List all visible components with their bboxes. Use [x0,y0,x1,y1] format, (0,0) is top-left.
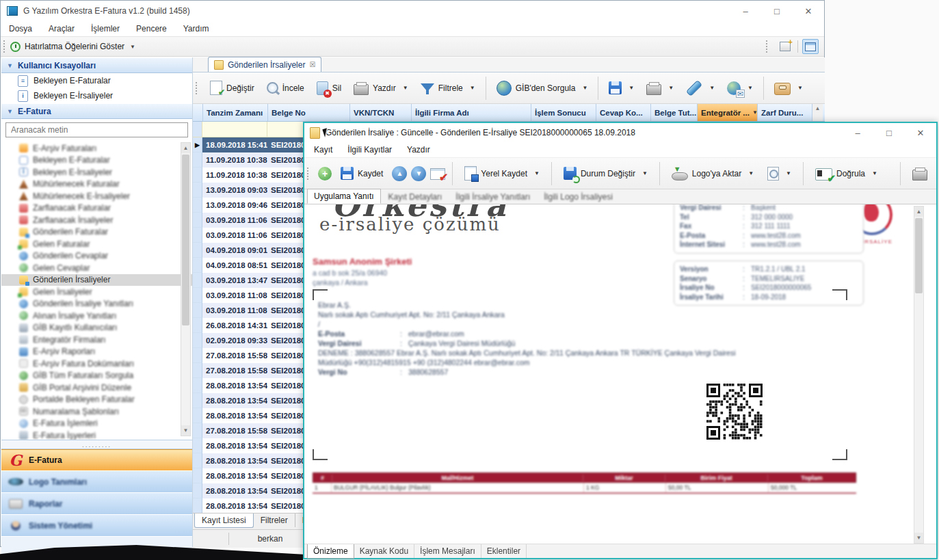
panel-view-button[interactable] [802,39,819,54]
tree-item[interactable]: Portalde Bekleyen Faturalar [1,394,192,406]
column-header-belge-no[interactable]: Belge No [268,104,350,121]
tree-item[interactable]: Alınan İrsaliye Yanıtları [1,310,192,322]
tree-item[interactable]: GİB Tüm Faturaları Sorgula [1,370,192,382]
dogrula-button[interactable]: Doğrula▼ [810,165,882,183]
scroll-thumb[interactable] [182,155,189,325]
panel-e-fatura[interactable]: GE-Fatura [1,449,192,471]
tree-item[interactable]: E-Fatura İşlemleri [1,418,192,430]
column-header-vkn-tckn[interactable]: VKN/TCKN [350,104,412,121]
search-input[interactable] [10,124,181,135]
maximize-button[interactable]: □ [761,1,793,21]
column-header-islem-sonucu[interactable]: İşlem Sonucu [531,104,596,121]
scroll-up-icon[interactable]: ▲ [181,143,190,153]
tree-item[interactable]: Gönderilen İrsaliye Yanıtları [1,298,192,310]
yerel-kaydet-button[interactable]: Yerel Kaydet▼ [460,164,544,183]
yazdir-button[interactable]: Yazdır▼ [349,79,413,97]
toolbar-grip[interactable] [3,40,6,53]
add-record-icon[interactable]: + [318,167,332,181]
panel-sistem-y-netimi[interactable]: Sistem Yönetimi [1,515,192,537]
dialog-bottom-tab[interactable]: Önizleme [307,544,354,559]
column-header-zarf-durumu[interactable]: Zarf Duru... [758,104,812,121]
tree-item[interactable]: Zarflanacak İrsaliyeler [1,214,192,226]
tab-gonderilen-irsaliyeler[interactable]: Gönderilen İrsaliyeler ☒ [208,57,321,72]
scroll-up-icon[interactable]: ▲ [914,206,923,217]
toolbar-grip[interactable] [765,40,769,53]
tree-item[interactable]: Gelen İrsaliyeler [1,286,192,298]
menu-item-i̇şlemler[interactable]: İşlemler [91,24,120,34]
dialog-close-button[interactable]: ✕ [905,123,936,142]
shortcut-item[interactable]: iBekleyen E-İrsaliyeler [1,88,192,103]
save-button[interactable]: ▼ [604,79,639,96]
toolbar-grip[interactable] [195,81,198,95]
degistir-button[interactable]: Değiştir [205,79,259,97]
filtrele-button[interactable]: Filtrele▼ [416,81,480,95]
scroll-down-icon[interactable]: ▼ [181,425,190,436]
menu-item-araçlar[interactable]: Araçlar [49,24,75,34]
grid-scrollbar[interactable]: ▲ [812,104,823,121]
next-record-button[interactable]: ▼ [411,166,426,181]
sidebar-splitter[interactable]: ......... [1,440,192,449]
dialog-maximize-button[interactable]: □ [873,123,905,142]
tree-item[interactable]: E-Arşiv Faturaları [1,142,192,155]
logoya-aktar-button[interactable]: Logo'ya Aktar▼ [667,165,758,183]
scroll-thumb[interactable] [915,218,923,293]
print-list-button[interactable]: ▼ [642,79,678,97]
dialog-menu-item[interactable]: Kayıt [314,145,332,155]
close-button[interactable]: ✕ [793,1,824,21]
tree-item[interactable]: Zarflanacak Faturalar [1,202,192,215]
tree-item[interactable]: Gönderilen Cevaplar [1,250,192,263]
gibden-sorgula-button[interactable]: GİB'den Sorgula▼ [492,79,593,98]
shortcuts-header[interactable]: ▼ Kullanıcı Kısayolları [1,57,192,73]
menu-item-pencere[interactable]: Pencere [136,24,167,34]
tree-item[interactable]: Numaralama Şablonları [1,405,192,418]
reminder-toggle[interactable]: Hatırlatma Öğelerini Göster [25,42,124,51]
tree-item[interactable]: Entegratör Firmaları [1,334,192,346]
archive-button[interactable]: ▼ [769,79,808,97]
chevron-down-icon[interactable]: ▼ [130,44,135,50]
incele-button[interactable]: İncele [262,80,309,96]
tree-item[interactable]: GİB Portal Arşivini Düzenle [1,382,192,394]
column-header-ilgili-firma-adi[interactable]: İlgili Firma Adı [412,104,531,121]
shortcut-item[interactable]: ≡Bekleyen E-Faturalar [1,73,192,88]
dialog-print-button[interactable] [908,165,932,183]
view-tab-filtreler[interactable]: Filtreler [254,514,295,527]
tag-button[interactable]: ▼ [681,83,719,94]
sil-button[interactable]: Sil [312,79,346,97]
dialog-menu-item[interactable]: İlgili Kayıtlar [347,145,392,155]
search-doc-button[interactable]: ▼ [763,165,796,183]
menu-item-yardım[interactable]: Yardım [183,24,209,34]
close-tab-icon[interactable]: ☒ [309,61,315,68]
dialog-minimize-button[interactable]: – [842,123,873,142]
tree-item[interactable]: Gelen Cevaplar [1,262,192,274]
tree-item[interactable]: E-Fatura İşyerleri [1,429,192,440]
tree-item[interactable]: Bekleyen E-İrsaliyeler [1,166,192,178]
minimize-button[interactable]: – [730,1,761,21]
tree-item[interactable]: GİB Kayıtlı Kullanıcıları [1,322,192,334]
tree-item[interactable]: E-Arşiv Raporları [1,346,192,358]
dialog-tab[interactable]: Kayıt Detayları [382,190,449,204]
toolbar-grip[interactable] [306,167,310,181]
tree-item[interactable]: Gelen Faturalar [1,238,192,250]
efatura-section-header[interactable]: ▼ E-Fatura [1,103,192,119]
view-tab-kay-t-listesi[interactable]: Kayıt Listesi [194,514,254,528]
tree-item[interactable]: Bekleyen E-Faturalar [1,155,192,167]
dialog-tab[interactable]: İlgili İrsaliye Yanıtları [449,190,536,204]
apply-check-icon[interactable] [430,168,445,180]
dialog-tab[interactable]: İlgili Logo İrsaliyesi [538,190,619,204]
column-header-tanzim-zamani[interactable]: Tanzim Zamanı [203,104,268,121]
previous-record-button[interactable]: ▲ [392,166,407,181]
kaydet-button[interactable]: Kaydet [336,165,388,182]
panel-raporlar[interactable]: Raporlar [1,493,192,515]
tree-item[interactable]: Mühürlenecek Faturalar [1,178,192,191]
tree-item[interactable]: Gönderilen Faturalar [1,226,192,239]
column-header-entegrator[interactable]: Entegratör ...▼ [698,104,758,121]
send-mail-button[interactable]: ▼ [722,79,758,97]
tree-item[interactable]: E-Arşiv Fatura Dokümanları [1,358,192,370]
new-window-button[interactable] [777,39,793,54]
menu-item-dosya[interactable]: Dosya [9,24,32,34]
dialog-bottom-tab[interactable]: Kaynak Kodu [354,544,414,558]
dialog-tab[interactable]: Uygulama Yanıtı [307,189,381,204]
tree-item[interactable]: Mühürlenecek E-İrsaliyeler [1,190,192,202]
durum-degistir-button[interactable]: Durum Değiştir▼ [559,165,652,182]
scroll-down-icon[interactable]: ▼ [914,533,923,543]
